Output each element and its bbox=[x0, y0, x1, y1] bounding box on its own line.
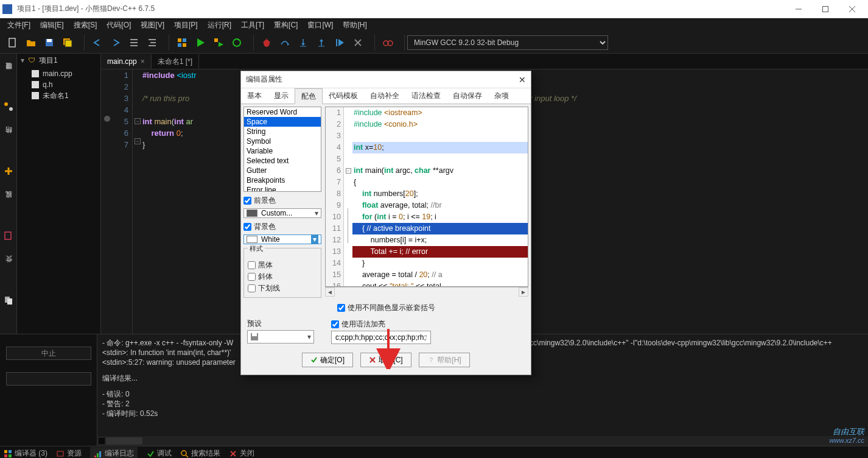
sidebar-icon-copy[interactable] bbox=[1, 291, 16, 309]
menu-project[interactable]: 项目[P] bbox=[169, 19, 203, 32]
svg-rect-8 bbox=[65, 40, 72, 47]
svg-rect-19 bbox=[214, 38, 218, 42]
syntax-highlight-checkbox[interactable]: 使用语法加亮 bbox=[331, 319, 525, 329]
svg-rect-46 bbox=[94, 456, 96, 457]
undo-button[interactable] bbox=[89, 34, 106, 51]
panel-tab-close[interactable]: 关闭 bbox=[229, 448, 254, 458]
svg-point-35 bbox=[9, 107, 13, 111]
preset-combo[interactable]: ▾ bbox=[247, 330, 314, 344]
rebuild-button[interactable] bbox=[228, 34, 245, 51]
fold-toggle[interactable]: − bbox=[135, 118, 141, 124]
panel-tab-debug[interactable]: 调试 bbox=[146, 448, 172, 458]
color-element-listbox[interactable]: Reserved Word Space String Symbol Variab… bbox=[243, 107, 321, 192]
svg-rect-4 bbox=[9, 38, 15, 47]
dialog-close-button[interactable]: ✕ bbox=[519, 75, 526, 85]
style-underline-checkbox[interactable]: 下划线 bbox=[248, 283, 317, 294]
style-italic-checkbox[interactable]: 斜体 bbox=[248, 272, 317, 282]
tree-item[interactable]: main.cpp bbox=[17, 68, 100, 79]
panel-tab-compiler[interactable]: 编译器 (3) bbox=[4, 448, 47, 458]
step-out-button[interactable] bbox=[313, 34, 330, 51]
background-color-combo[interactable]: White ▾ bbox=[243, 234, 321, 244]
save-all-button[interactable] bbox=[59, 34, 76, 51]
menu-tools[interactable]: 工具[T] bbox=[236, 19, 269, 32]
stop-debug-button[interactable] bbox=[349, 34, 366, 51]
foreground-color-combo[interactable]: Custom... ▾ bbox=[243, 208, 321, 218]
indent-right-button[interactable] bbox=[144, 34, 161, 51]
menu-run[interactable]: 运行[R] bbox=[203, 19, 236, 32]
svg-rect-48 bbox=[99, 451, 101, 457]
sidebar-tab-watch[interactable]: 监视 bbox=[1, 184, 16, 223]
compiler-select[interactable]: MinGW GCC 9.2.0 32-bit Debug bbox=[407, 35, 608, 50]
sidebar-icon-structure[interactable] bbox=[1, 97, 16, 116]
menu-search[interactable]: 搜索[S] bbox=[69, 19, 102, 32]
maximize-button[interactable] bbox=[812, 0, 839, 18]
secondary-action-button[interactable] bbox=[6, 372, 91, 386]
open-button[interactable] bbox=[23, 34, 40, 51]
line-gutter: 1234567 bbox=[113, 69, 133, 334]
dlg-tab-display[interactable]: 显示 bbox=[268, 88, 295, 104]
editor-tab-untitled[interactable]: 未命名1 [*] bbox=[152, 54, 199, 69]
indent-left-button[interactable] bbox=[125, 34, 142, 51]
panel-tab-search[interactable]: 搜索结果 bbox=[180, 448, 220, 458]
menu-refactor[interactable]: 重构[C] bbox=[269, 19, 303, 32]
panel-tab-resource[interactable]: 资源 bbox=[56, 448, 82, 458]
help-button[interactable]: ?帮助[H] bbox=[419, 353, 470, 367]
goggles-icon[interactable] bbox=[379, 34, 396, 51]
compile-button[interactable] bbox=[173, 34, 191, 51]
svg-rect-1 bbox=[823, 6, 828, 12]
sidebar-icon-file[interactable] bbox=[1, 227, 16, 245]
preview-hscroll[interactable]: ◄► bbox=[325, 287, 528, 297]
redo-button[interactable] bbox=[107, 34, 124, 51]
stop-button[interactable]: 中止 bbox=[6, 347, 91, 360]
cancel-button[interactable]: 取消[C] bbox=[360, 353, 411, 367]
nest-brackets-checkbox[interactable]: 使用不同颜色显示嵌套括号 bbox=[337, 303, 435, 313]
compile-run-button[interactable] bbox=[210, 34, 227, 51]
watermark: 自由互联 www.xz7.cc bbox=[830, 427, 864, 445]
dlg-tab-autosave[interactable]: 自动保存 bbox=[447, 88, 488, 104]
style-group: 样式 黑体 斜体 下划线 bbox=[243, 248, 321, 298]
project-root[interactable]: ▾ 🛡 项目1 bbox=[17, 54, 100, 67]
close-button[interactable] bbox=[839, 0, 866, 18]
editor-tab-main[interactable]: main.cpp× bbox=[101, 54, 152, 69]
background-checkbox[interactable]: 背景色 bbox=[243, 222, 321, 232]
dlg-tab-autocomplete[interactable]: 自动补全 bbox=[364, 88, 405, 104]
menu-help[interactable]: 帮助[H] bbox=[338, 19, 371, 32]
sidebar-tab-files[interactable]: 文件 bbox=[1, 248, 16, 287]
save-button[interactable] bbox=[41, 34, 58, 51]
dlg-tab-template[interactable]: 代码模板 bbox=[323, 88, 364, 104]
dlg-tab-misc[interactable]: 杂项 bbox=[488, 88, 515, 104]
panel-tab-log[interactable]: 编译日志 bbox=[90, 447, 138, 458]
sidebar-tab-structure[interactable]: 结构 bbox=[1, 119, 16, 158]
dlg-tab-syntax[interactable]: 语法检查 bbox=[405, 88, 447, 104]
style-bold-checkbox[interactable]: 黑体 bbox=[248, 260, 317, 270]
fold-toggle[interactable]: − bbox=[135, 138, 141, 144]
tab-close-icon[interactable]: × bbox=[141, 57, 145, 66]
menu-code[interactable]: 代码[O] bbox=[102, 19, 136, 32]
tree-item[interactable]: q.h bbox=[17, 79, 100, 90]
dlg-tab-basic[interactable]: 基本 bbox=[241, 88, 268, 104]
tree-item[interactable]: 未命名1 bbox=[17, 90, 100, 101]
dlg-tab-color[interactable]: 配色 bbox=[295, 88, 323, 104]
sidebar-icon-watch[interactable] bbox=[1, 162, 16, 180]
step-over-button[interactable] bbox=[276, 34, 293, 51]
ok-button[interactable]: 确定[O] bbox=[302, 353, 353, 367]
horizontal-scrollbar[interactable] bbox=[97, 436, 868, 446]
menu-file[interactable]: 文件[F] bbox=[2, 19, 35, 32]
continue-button[interactable] bbox=[331, 34, 348, 51]
svg-rect-38 bbox=[5, 232, 11, 239]
foreground-checkbox[interactable]: 前景色 bbox=[243, 196, 321, 206]
run-button[interactable] bbox=[192, 34, 209, 51]
color-swatch bbox=[247, 210, 257, 217]
dialog-title: 编辑器属性 bbox=[246, 74, 282, 85]
svg-rect-54 bbox=[252, 333, 257, 336]
minimize-button[interactable] bbox=[785, 0, 812, 18]
step-into-button[interactable] bbox=[295, 34, 312, 51]
sidebar-tab-project[interactable]: 项目管理 bbox=[1, 55, 16, 94]
new-file-button[interactable] bbox=[4, 34, 21, 51]
syntax-extensions-input[interactable] bbox=[331, 331, 431, 344]
menu-window[interactable]: 窗口[W] bbox=[303, 19, 338, 32]
menu-view[interactable]: 视图[V] bbox=[136, 19, 169, 32]
breakpoint-marker[interactable] bbox=[104, 116, 110, 122]
menu-edit[interactable]: 编辑[E] bbox=[35, 19, 69, 32]
debug-button[interactable] bbox=[258, 34, 275, 51]
